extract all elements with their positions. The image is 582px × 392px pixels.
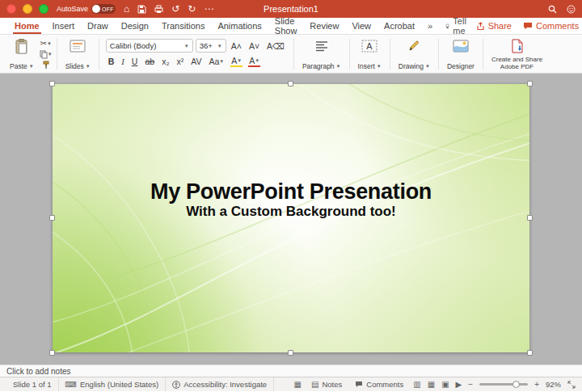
resize-handle-bottom-middle[interactable] <box>288 350 293 356</box>
cut-icon[interactable]: ✂ ▼ <box>40 38 53 48</box>
comments-toggle-label: Comments <box>366 380 403 389</box>
notes-placeholder[interactable]: Click to add notes <box>6 367 71 376</box>
zoom-knob[interactable] <box>512 381 520 388</box>
slide-sorter-view-icon[interactable]: ▦ <box>428 381 435 389</box>
resize-handle-middle-right[interactable] <box>527 215 533 221</box>
reading-view-icon[interactable]: ▣ <box>441 381 449 389</box>
insert-button[interactable]: A Insert▼ <box>355 37 385 71</box>
paragraph-group: Paragraph▼ <box>297 36 346 72</box>
fit-to-window-icon[interactable] <box>567 381 576 389</box>
format-painter-icon[interactable] <box>40 60 53 70</box>
normal-view-icon[interactable]: ▥ <box>413 381 420 389</box>
slides-caret-icon: ▼ <box>86 64 91 69</box>
language-indicator[interactable]: ⌨ English (United States) <box>59 377 167 391</box>
tab-home[interactable]: Home <box>8 18 46 34</box>
font-name-combo[interactable]: Calibri (Body)▼ <box>106 39 193 53</box>
font-row-bottom: B I U ab x₂ x² AV Aa▼ A▼ A▼ <box>106 55 287 68</box>
comments-button[interactable]: Comments <box>523 21 579 31</box>
subscript-button[interactable]: x₂ <box>159 55 171 68</box>
share-button[interactable]: Share <box>476 21 512 31</box>
resize-handle-middle-left[interactable] <box>49 215 55 221</box>
create-adobe-pdf-button[interactable]: Create and Share Adobe PDF <box>488 37 546 71</box>
tab-review[interactable]: Review <box>303 18 345 34</box>
drawing-button[interactable]: Drawing▼ <box>395 37 433 71</box>
close-button[interactable] <box>6 4 16 14</box>
ribbon-separator <box>99 39 99 70</box>
font-color-button[interactable]: A▼ <box>247 55 262 68</box>
zoom-out-button[interactable]: − <box>468 381 473 389</box>
tab-slide-show[interactable]: Slide Show <box>268 18 304 34</box>
slide-subtitle-text[interactable]: With a Custom Background too! <box>53 204 529 220</box>
resize-handle-bottom-right[interactable] <box>527 350 533 356</box>
minimize-button[interactable] <box>23 4 32 14</box>
more-commands-icon[interactable]: ⋯ <box>204 4 213 14</box>
resize-handle-top-middle[interactable] <box>288 81 293 86</box>
resize-handle-bottom-left[interactable] <box>49 350 55 356</box>
slide-indicator[interactable]: Slide 1 of 1 <box>6 377 59 391</box>
autosave-toggle[interactable]: OFF <box>91 4 116 14</box>
feedback-smiley-icon[interactable] <box>567 5 576 14</box>
adobe-pdf-icon <box>511 38 524 54</box>
redo-icon[interactable]: ↻ <box>188 4 196 14</box>
paragraph-button[interactable]: Paragraph▼ <box>299 37 344 71</box>
paste-group: Paste▼ <box>5 36 39 72</box>
decrease-font-size-button[interactable]: A˅ <box>247 40 262 53</box>
superscript-button[interactable]: x² <box>174 55 186 68</box>
tab-acrobat[interactable]: Acrobat <box>377 18 421 34</box>
font-size-combo[interactable]: 36+▼ <box>196 39 226 53</box>
tab-overflow-chevron[interactable]: » <box>421 18 439 34</box>
slide-title-text[interactable]: My PowerPoint Presenation <box>53 179 529 204</box>
designer-icon <box>453 38 469 54</box>
resize-handle-top-left[interactable] <box>49 81 55 86</box>
resize-handle-top-right[interactable] <box>527 81 533 86</box>
comments-toggle[interactable]: Comments <box>352 380 407 389</box>
character-spacing-button[interactable]: AV <box>188 55 204 68</box>
slideshow-view-icon[interactable]: ▶ <box>456 381 462 389</box>
underline-button[interactable]: U <box>129 55 141 68</box>
notes-toggle[interactable]: ▤ Notes <box>308 380 345 389</box>
text-highlight-button[interactable]: A▼ <box>229 55 244 68</box>
new-slide-button[interactable]: Slides▼ <box>62 37 94 71</box>
tab-view[interactable]: View <box>345 18 377 34</box>
undo-icon[interactable]: ↺ <box>171 4 179 14</box>
print-icon[interactable] <box>154 5 163 14</box>
titlebar-right <box>548 5 576 14</box>
save-icon[interactable] <box>137 5 146 14</box>
zoom-level[interactable]: 92% <box>546 380 561 389</box>
italic-button[interactable]: I <box>119 55 127 68</box>
title-placeholder[interactable]: My PowerPoint Presenation With a Custom … <box>53 179 529 220</box>
tab-draw[interactable]: Draw <box>81 18 115 34</box>
designer-button[interactable]: Designer <box>444 37 478 71</box>
tell-me-control[interactable]: Tell me <box>439 18 476 34</box>
tab-transitions[interactable]: Transitions <box>155 18 211 34</box>
strikethrough-button[interactable]: ab <box>142 55 157 68</box>
change-case-button[interactable]: Aa▼ <box>206 55 226 68</box>
notes-pane[interactable]: Click to add notes <box>0 365 582 377</box>
fullscreen-button[interactable] <box>39 4 48 14</box>
increase-font-size-button[interactable]: A˄ <box>229 40 244 53</box>
zoom-in-button[interactable]: + <box>534 381 539 389</box>
tab-design[interactable]: Design <box>115 18 155 34</box>
home-icon[interactable]: ⌂ <box>124 4 129 14</box>
zoom-slider[interactable] <box>479 383 528 386</box>
new-slide-icon <box>70 38 86 54</box>
tab-insert[interactable]: Insert <box>46 18 82 34</box>
slide[interactable]: My PowerPoint Presenation With a Custom … <box>53 84 529 352</box>
accessibility-checker[interactable]: Accessibility: Investigate <box>166 377 274 391</box>
slides-label: Slides <box>65 62 84 70</box>
paste-button[interactable]: Paste▼ <box>6 37 37 71</box>
bold-button[interactable]: B <box>106 55 117 68</box>
slide-canvas[interactable]: My PowerPoint Presenation With a Custom … <box>0 74 582 365</box>
autosave-control[interactable]: AutoSave OFF <box>57 4 116 14</box>
search-icon[interactable] <box>548 5 557 14</box>
font-name-caret-icon: ▼ <box>184 44 189 48</box>
font-group: Calibri (Body)▼ 36+▼ A˄ A˅ A⌫ B I U ab x… <box>103 36 290 72</box>
tab-animations[interactable]: Animations <box>211 18 268 34</box>
drawing-group: Drawing▼ <box>394 36 435 72</box>
accessibility-icon <box>172 381 180 389</box>
highlight-color-swatch <box>230 65 242 68</box>
clear-formatting-button[interactable]: A⌫ <box>264 40 287 53</box>
keyboard-shortcuts-icon[interactable]: ▦ <box>294 381 302 389</box>
slides-group: Slides▼ <box>61 36 95 72</box>
copy-icon[interactable]: ▼ <box>40 49 53 60</box>
